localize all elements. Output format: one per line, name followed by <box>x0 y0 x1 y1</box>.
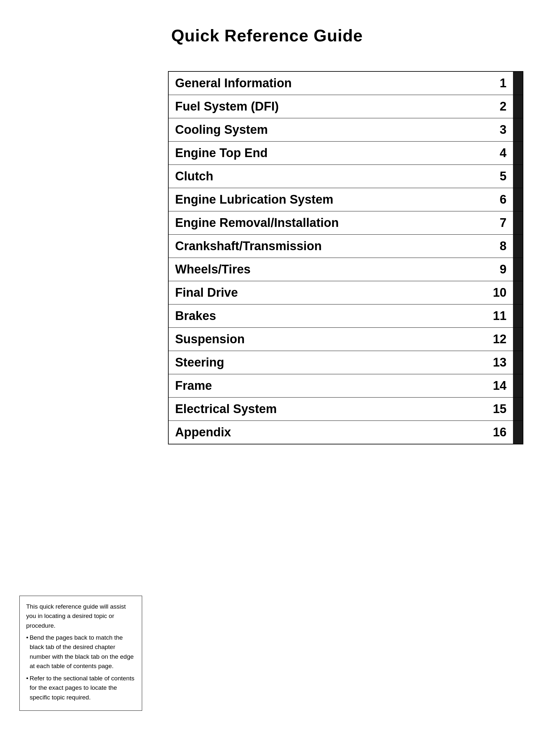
toc-label: Fuel System (DFI) <box>169 95 487 118</box>
description-bullet1-text: Bend the pages back to match the black t… <box>30 633 135 671</box>
toc-tab <box>513 397 523 420</box>
description-box: This quick reference guide will assist y… <box>19 596 142 711</box>
toc-row[interactable]: Engine Removal/Installation7 <box>168 211 523 234</box>
toc-row[interactable]: Appendix16 <box>168 420 523 445</box>
toc-label: Steering <box>169 351 487 374</box>
toc-number: 7 <box>487 211 513 234</box>
toc-tab <box>513 421 523 444</box>
toc-label: Electrical System <box>169 397 487 420</box>
toc-container: General Information1Fuel System (DFI)2Co… <box>168 71 523 445</box>
toc-tab <box>513 188 523 211</box>
toc-number: 16 <box>487 421 513 444</box>
toc-row[interactable]: Engine Top End4 <box>168 141 523 165</box>
bullet-icon-2: • <box>26 674 28 683</box>
toc-label: Crankshaft/Transmission <box>169 235 487 257</box>
toc-row[interactable]: Suspension12 <box>168 327 523 351</box>
toc-row[interactable]: Electrical System15 <box>168 397 523 420</box>
description-bullet2-text: Refer to the sectional table of contents… <box>30 674 135 702</box>
toc-label: Cooling System <box>169 118 487 141</box>
toc-number: 13 <box>487 351 513 374</box>
toc-row[interactable]: Final Drive10 <box>168 281 523 304</box>
toc-row[interactable]: Wheels/Tires9 <box>168 257 523 281</box>
toc-number: 1 <box>487 72 513 95</box>
description-bullet1: • Bend the pages back to match the black… <box>26 633 135 671</box>
toc-label: Final Drive <box>169 281 487 304</box>
toc-number: 12 <box>487 328 513 351</box>
toc-label: Engine Top End <box>169 142 487 165</box>
bullet-icon-1: • <box>26 633 28 642</box>
toc-row[interactable]: Brakes11 <box>168 304 523 327</box>
toc-number: 6 <box>487 188 513 211</box>
toc-tab <box>513 305 523 327</box>
toc-row[interactable]: Clutch5 <box>168 165 523 188</box>
toc-label: Clutch <box>169 165 487 188</box>
toc-tab <box>513 165 523 188</box>
description-intro: This quick reference guide will assist y… <box>26 602 135 630</box>
toc-label: Appendix <box>169 421 487 444</box>
toc-tab <box>513 351 523 374</box>
toc-tab <box>513 374 523 397</box>
page-title: Quick Reference Guide <box>19 26 515 45</box>
toc-number: 2 <box>487 95 513 118</box>
toc-row[interactable]: Engine Lubrication System6 <box>168 188 523 211</box>
page: Quick Reference Guide General Informatio… <box>0 0 534 756</box>
toc-tab <box>513 95 523 118</box>
toc-number: 4 <box>487 142 513 165</box>
toc-tab <box>513 72 523 95</box>
toc-label: Engine Removal/Installation <box>169 211 487 234</box>
description-bullet2: • Refer to the sectional table of conten… <box>26 674 135 702</box>
toc-number: 10 <box>487 281 513 304</box>
toc-row[interactable]: Fuel System (DFI)2 <box>168 95 523 118</box>
toc-label: Engine Lubrication System <box>169 188 487 211</box>
toc-tab <box>513 258 523 281</box>
toc-tab <box>513 118 523 141</box>
toc-row[interactable]: Steering13 <box>168 351 523 374</box>
toc-number: 5 <box>487 165 513 188</box>
toc-row[interactable]: Frame14 <box>168 374 523 397</box>
toc-label: Suspension <box>169 328 487 351</box>
toc-number: 15 <box>487 397 513 420</box>
toc-number: 14 <box>487 374 513 397</box>
toc-tab <box>513 328 523 351</box>
toc-row[interactable]: Crankshaft/Transmission8 <box>168 234 523 257</box>
toc-label: Frame <box>169 374 487 397</box>
toc-number: 9 <box>487 258 513 281</box>
toc-label: Brakes <box>169 305 487 327</box>
toc-label: Wheels/Tires <box>169 258 487 281</box>
toc-tab <box>513 235 523 257</box>
toc-number: 8 <box>487 235 513 257</box>
toc-number: 3 <box>487 118 513 141</box>
toc-tab <box>513 142 523 165</box>
toc-row[interactable]: Cooling System3 <box>168 118 523 141</box>
toc-tab <box>513 281 523 304</box>
toc-tab <box>513 211 523 234</box>
toc-number: 11 <box>487 305 513 327</box>
toc-row[interactable]: General Information1 <box>168 71 523 95</box>
toc-label: General Information <box>169 72 487 95</box>
